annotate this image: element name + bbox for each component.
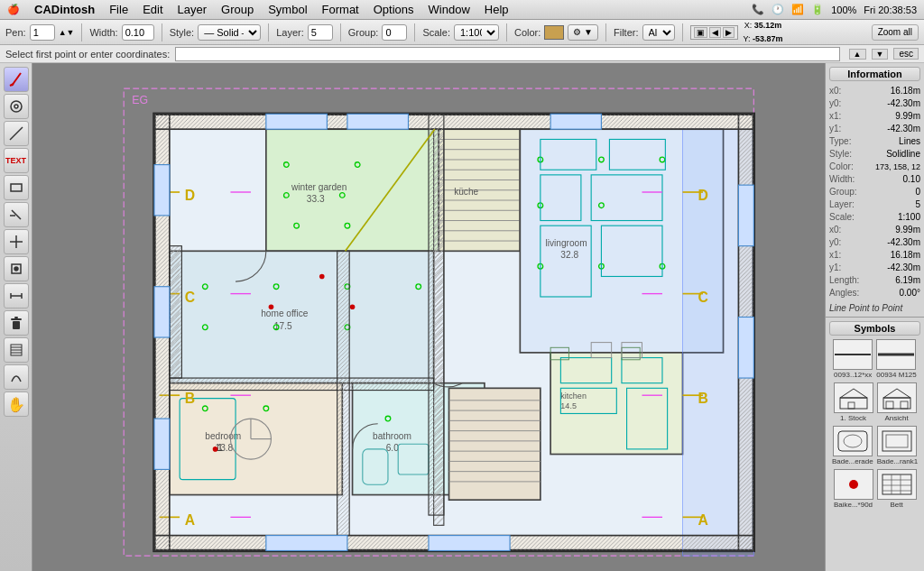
menu-file[interactable]: File: [109, 3, 128, 16]
settings-button[interactable]: ⚙ ▼: [568, 24, 598, 41]
menu-symbol[interactable]: Symbol: [268, 3, 307, 16]
svg-rect-146: [170, 378, 434, 391]
phone-icon: 📞: [752, 4, 764, 15]
delete-tool-btn[interactable]: [4, 310, 29, 336]
text-tool-btn[interactable]: TEXT: [4, 148, 29, 173]
info-row-color: Color: 173, 158, 12: [829, 161, 920, 173]
group-input[interactable]: [382, 24, 407, 41]
info-row-width: Width: 0.10: [829, 173, 920, 186]
hand-tool-btn[interactable]: ✋: [4, 391, 29, 417]
scale-select[interactable]: 1:100: [454, 24, 499, 41]
symbol-box-00934: [876, 339, 916, 370]
esc-button[interactable]: esc: [893, 48, 919, 60]
symbol-item-ansicht[interactable]: Ansicht: [877, 382, 917, 422]
trim-tool-btn[interactable]: [4, 202, 29, 227]
line-tool-btn[interactable]: [4, 121, 29, 146]
scale-label: Scale:: [422, 27, 450, 38]
color-picker[interactable]: [544, 25, 564, 40]
pen-tool-btn[interactable]: [4, 67, 29, 92]
dimension-tool-btn[interactable]: [4, 283, 29, 309]
zoom-level: 100%: [831, 5, 856, 15]
filter-select[interactable]: All: [642, 24, 675, 41]
svg-point-173: [844, 435, 862, 447]
symbol-box-0093: [833, 339, 873, 370]
info-row-group: Group: 0: [829, 186, 920, 198]
symbol-row-1: 0093..12*xx 00934 M125: [829, 339, 920, 379]
svg-line-6: [12, 210, 21, 219]
info-row-x1b: x1: 16.18m: [829, 249, 920, 262]
svg-rect-172: [838, 431, 867, 451]
info-row-type: Type: Lines: [829, 135, 920, 148]
info-panel: Information x0: 16.18m y0: -42.30m x1: 9…: [826, 63, 924, 318]
symbol-item-baderank[interactable]: Bade...rank1: [877, 426, 918, 465]
color-label: Color:: [514, 27, 541, 38]
nav-btn-2[interactable]: ◀: [709, 27, 721, 38]
svg-text:6.0: 6.0: [386, 443, 399, 453]
rect-tool-btn[interactable]: [4, 175, 29, 200]
svg-rect-148: [170, 246, 182, 378]
width-input[interactable]: [122, 24, 154, 41]
menu-edit[interactable]: Edit: [143, 3, 162, 16]
info-row-style: Style: Solidline: [829, 148, 920, 161]
width-label: Width:: [89, 27, 117, 38]
filter-label: Filter:: [614, 27, 639, 38]
svg-rect-150: [266, 114, 328, 129]
pen-input[interactable]: [30, 24, 55, 41]
menu-window[interactable]: Window: [429, 3, 470, 16]
hatch-tool-btn[interactable]: [4, 337, 29, 363]
menu-format[interactable]: Format: [322, 3, 359, 16]
svg-rect-147: [337, 251, 350, 535]
nav-btn-3[interactable]: ▶: [723, 27, 735, 38]
symbol-box-bett: [877, 469, 917, 500]
command-input[interactable]: [175, 47, 839, 61]
style-label: Style:: [170, 27, 195, 38]
crosshair-tool-btn[interactable]: [4, 229, 29, 254]
x-coord: X: 35.12m: [744, 21, 782, 31]
svg-point-98: [350, 304, 356, 309]
scroll-up-btn[interactable]: ▲: [849, 49, 866, 60]
circle-tool-btn[interactable]: [4, 94, 29, 119]
style-select[interactable]: — Solid —: [198, 24, 261, 41]
group-label: Group:: [348, 27, 379, 38]
svg-rect-154: [154, 287, 170, 337]
symbol-item-0093[interactable]: 0093..12*xx: [833, 339, 873, 379]
symbol-box-baike: [834, 469, 873, 500]
symbols-title: Symbols: [829, 321, 920, 336]
symbol-box-badeerade: [833, 426, 873, 456]
svg-text:D: D: [698, 188, 707, 203]
arc-tool-btn[interactable]: [4, 364, 29, 390]
symbol-item-baike[interactable]: Baike...*90d: [834, 469, 873, 509]
zoom-all-button[interactable]: Zoom all: [872, 24, 919, 41]
snap-tool-btn[interactable]: [4, 256, 29, 281]
symbol-item-stock[interactable]: 1. Stock: [834, 382, 873, 422]
symbol-row-3: Bade...erade Bade...rank1: [829, 426, 920, 465]
layer-input[interactable]: [308, 24, 333, 41]
svg-text:EG: EG: [132, 94, 148, 106]
app-name: CADintosh: [34, 3, 95, 16]
svg-text:winter garden: winter garden: [291, 182, 346, 192]
symbol-item-00934[interactable]: 00934 M125: [876, 339, 916, 379]
svg-text:1: 1: [217, 442, 223, 453]
svg-text:C: C: [185, 290, 195, 305]
svg-point-3: [14, 105, 18, 108]
svg-line-4: [10, 127, 23, 140]
scroll-down-btn[interactable]: ▼: [872, 49, 889, 60]
svg-rect-174: [882, 431, 911, 451]
menu-group[interactable]: Group: [221, 3, 254, 16]
menu-help[interactable]: Help: [485, 3, 509, 16]
info-row-angles: Angles: 0.00°: [829, 287, 920, 299]
symbol-box-baderank: [877, 426, 917, 456]
menu-layer[interactable]: Layer: [178, 3, 208, 16]
symbol-item-badeerade[interactable]: Bade...erade: [832, 426, 873, 465]
symbols-panel: Symbols 0093..12*xx 00934 M125: [826, 318, 924, 571]
svg-text:A: A: [185, 512, 195, 528]
symbol-item-bett[interactable]: Bett: [877, 469, 917, 509]
svg-point-176: [849, 480, 858, 489]
info-row-y1: y1: -42.30m: [829, 123, 920, 135]
svg-text:bathroom: bathroom: [373, 431, 411, 441]
info-row-length: Length: 6.19m: [829, 274, 920, 287]
nav-btn-1[interactable]: ▣: [694, 27, 707, 38]
menu-options[interactable]: Options: [374, 3, 414, 16]
canvas-area[interactable]: EG winter garden 33.3 küche: [32, 63, 825, 571]
apple-menu[interactable]: 🍎: [7, 4, 20, 15]
